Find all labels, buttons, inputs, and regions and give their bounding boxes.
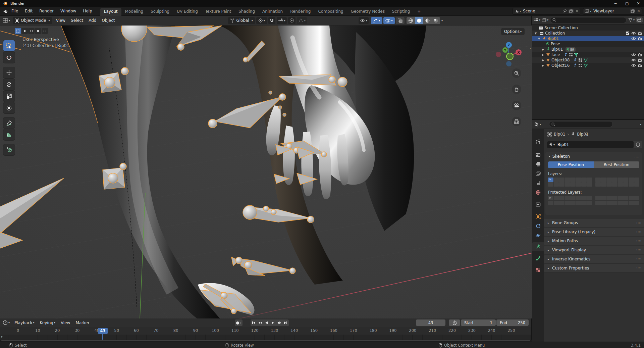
timeline-menu-playback[interactable]: Playback▾ [12,320,37,325]
layer-cell[interactable] [548,196,553,200]
menu-file[interactable]: File [8,7,21,16]
expand-icon[interactable]: ▼ [534,32,537,35]
outliner-row-collection[interactable]: ▼ Collection [532,31,644,36]
play-reverse-button[interactable] [263,319,270,326]
snap-toggle[interactable] [268,17,275,24]
layer-cell[interactable] [559,201,565,205]
layer-cell[interactable] [612,196,618,200]
layer-cell[interactable] [634,178,640,182]
layer-cell[interactable] [565,182,570,187]
layer-cell[interactable] [576,201,581,205]
outliner-filter-icon[interactable]: ▾ [628,18,635,22]
layer-cell[interactable] [595,201,601,205]
layer-cell[interactable] [634,196,640,200]
panel-viewport-display[interactable]: ▸Viewport Display∷∷ [544,246,644,254]
layer-cell[interactable] [554,178,559,182]
expand-icon[interactable]: ▶ [541,48,545,51]
layer-cell[interactable] [581,201,587,205]
proportional-editing-toggle[interactable] [288,17,296,24]
properties-options-icon[interactable]: ▾ [640,123,641,126]
editor-type-icon[interactable]: ▾ [3,18,10,23]
shading-material-button[interactable] [423,17,432,24]
channel-expand-arrow[interactable]: ▸ [1,335,3,338]
tool-select-box[interactable] [3,40,15,51]
expand-icon[interactable]: ▶ [541,59,545,62]
layer-cell[interactable] [576,178,581,182]
show-overlays-toggle[interactable]: ▾ [383,17,395,24]
timeline-menu-keying[interactable]: Keying▾ [37,320,58,325]
layer-cell[interactable] [618,196,623,200]
layer-cell[interactable] [576,196,581,200]
shading-rendered-button[interactable] [432,17,440,24]
playhead[interactable]: 43 [98,328,108,334]
layer-cell[interactable] [595,178,601,182]
expand-icon[interactable]: ▼ [537,37,541,40]
outliner-search-input[interactable] [550,17,627,23]
outliner-row-bip01-data[interactable]: ▶ Bip01 89 [532,47,644,52]
tab-constraints[interactable] [532,221,544,230]
select-mode-subtract[interactable] [28,28,35,34]
jump-to-end-button[interactable] [282,319,289,326]
layer-cell[interactable] [587,201,592,205]
new-collection-button[interactable] [636,17,643,22]
tool-scale[interactable] [3,91,15,102]
pin-icon[interactable] [584,132,588,136]
disable-in-render-icon[interactable] [638,64,642,67]
camera-view-button[interactable] [512,101,521,110]
layer-cell[interactable] [565,201,570,205]
layer-cell[interactable] [618,201,623,205]
next-keyframe-button[interactable] [276,319,282,326]
layer-cell[interactable] [565,196,570,200]
viewport-canvas[interactable]: User Perspective (43) Collection | Bip01… [0,26,532,318]
viewport-menu-select[interactable]: Select [68,18,86,23]
layer-cell[interactable] [570,182,576,187]
outliner-row-object16[interactable]: ▶ Object16 [532,63,644,68]
layer-cell[interactable] [587,178,592,182]
tab-bone[interactable] [532,254,544,262]
tab-view-layer[interactable] [532,169,544,178]
maximize-button[interactable]: ▢ [621,0,633,7]
tool-cursor[interactable] [3,52,15,63]
layer-cell[interactable] [548,201,553,205]
viewport-3d[interactable]: ▾ Object Mode ▾ View Select Add Object G… [0,16,532,318]
hide-in-viewport-icon[interactable] [631,32,636,35]
tab-texture[interactable] [532,266,544,275]
view-layer-selector[interactable]: ▾ ViewLayer ✕ [583,8,642,15]
transform-orientation-selector[interactable]: Global ▾ [228,17,255,24]
layer-cell[interactable] [554,196,559,200]
fake-user-shield-button[interactable] [634,141,642,148]
tab-texture-paint[interactable]: Texture Paint [202,8,235,16]
tab-scripting[interactable]: Scripting [388,8,414,16]
new-scene-icon[interactable] [569,9,574,13]
layer-cell[interactable] [606,196,612,200]
hide-in-viewport-icon[interactable] [631,53,636,56]
play-button[interactable] [270,319,276,326]
menu-window[interactable]: Window [57,7,79,16]
auto-keyframe-toggle[interactable]: ▾ [235,319,243,326]
pan-button[interactable] [512,85,521,94]
object-visibility-selector[interactable]: ▾ [359,17,369,24]
shading-wireframe-button[interactable] [407,17,415,24]
timeline-editor-type-icon[interactable]: ▾ [3,320,10,325]
timeline-track-area[interactable]: ▸ [0,335,531,340]
layer-cell[interactable] [570,196,576,200]
snap-target-selector[interactable]: ▾ [277,17,287,24]
disable-in-render-icon[interactable] [638,37,642,41]
tab-physics[interactable] [532,231,544,240]
mode-selector[interactable]: Object Mode ▾ [13,17,52,24]
tool-move[interactable] [3,67,15,78]
select-mode-invert[interactable] [35,28,41,34]
new-view-layer-icon[interactable] [630,9,635,13]
panel-bone-groups[interactable]: ▸Bone Groups∷∷ [544,219,644,227]
tab-compositing[interactable]: Compositing [314,8,347,16]
scene-selector[interactable]: ▾ Scene ✕ [513,8,580,15]
jump-to-start-button[interactable] [251,319,257,326]
preview-range-toggle[interactable] [449,319,460,326]
layer-cell[interactable] [570,201,576,205]
tool-measure[interactable] [3,129,15,140]
layer-cell[interactable] [601,182,606,187]
tab-animation[interactable]: Animation [259,8,286,16]
pivot-point-selector[interactable]: ▾ [256,17,267,24]
menu-render[interactable]: Render [36,7,57,16]
panel-motion-paths[interactable]: ▸Motion Paths∷∷ [544,237,644,245]
